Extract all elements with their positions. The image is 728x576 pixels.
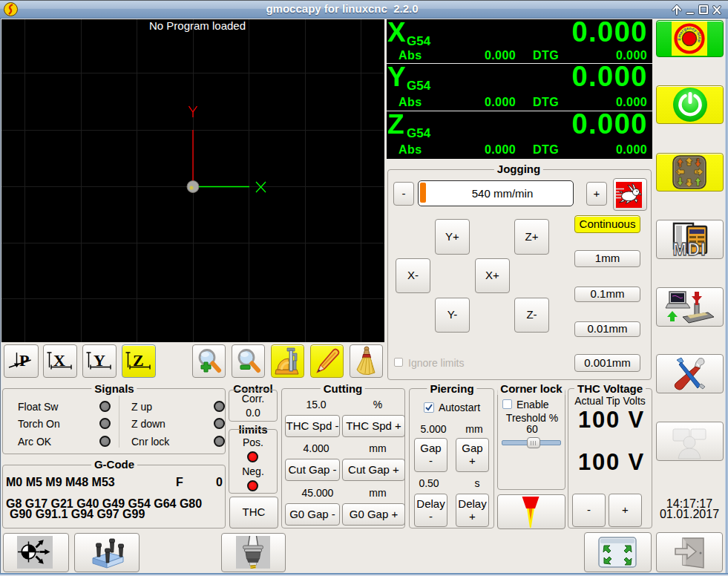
svg-text:X: X [53,351,65,370]
svg-text:Y: Y [94,351,105,370]
svg-text:No Program loaded: No Program loaded [149,19,246,32]
svg-text:MDI: MDI [672,240,706,258]
svg-text:Y+: Y+ [687,162,690,165]
svg-text:Z+: Z+ [678,163,681,166]
svg-text:Z: Z [133,351,144,370]
svg-text:X+: X+ [696,171,699,174]
svg-text:P: P [19,351,29,370]
